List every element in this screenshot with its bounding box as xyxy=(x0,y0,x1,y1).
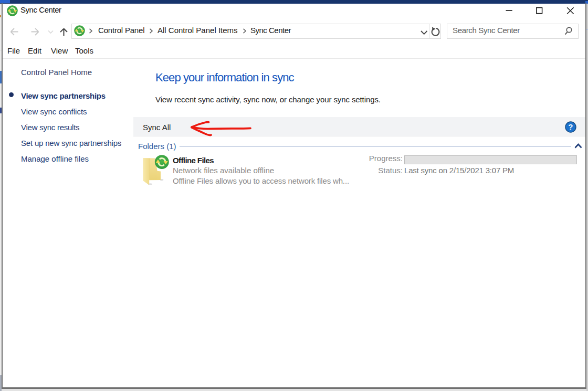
svg-text:?: ? xyxy=(569,123,573,131)
